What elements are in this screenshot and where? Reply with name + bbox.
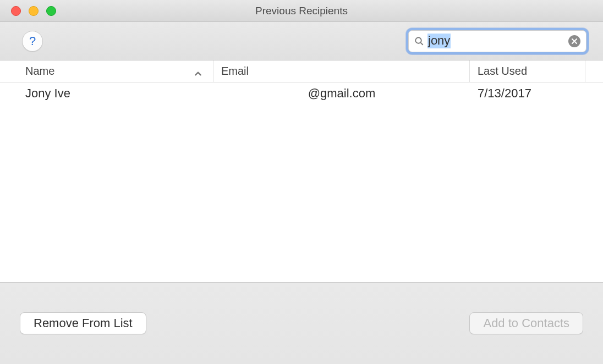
toolbar: ? jony (0, 22, 603, 60)
close-window-button[interactable] (11, 6, 21, 16)
footer: Remove From List Add to Contacts (0, 283, 603, 364)
remove-from-list-button[interactable]: Remove From List (20, 312, 146, 334)
svg-line-1 (421, 42, 423, 45)
titlebar: Previous Recipients (0, 0, 603, 22)
column-label: Last Used (478, 65, 527, 78)
search-icon (414, 36, 424, 46)
clear-search-button[interactable] (568, 35, 580, 47)
close-icon (572, 36, 577, 46)
chevron-up-icon (194, 68, 202, 75)
column-header-email[interactable]: Email (213, 60, 470, 82)
table-body: Jony Ive @gmail.com 7/13/2017 (0, 82, 603, 283)
cell-name: Jony Ive (0, 86, 213, 101)
cell-last-used: 7/13/2017 (470, 86, 585, 101)
column-label: Name (25, 65, 54, 78)
table-row[interactable]: Jony Ive @gmail.com 7/13/2017 (0, 82, 603, 104)
minimize-window-button[interactable] (29, 6, 39, 16)
column-label: Email (221, 65, 249, 78)
column-header-spacer (585, 60, 603, 82)
column-header-name[interactable]: Name (0, 60, 213, 82)
search-value: jony (427, 34, 451, 48)
zoom-window-button[interactable] (46, 6, 56, 16)
table-header: Name Email Last Used (0, 60, 603, 82)
add-to-contacts-button: Add to Contacts (469, 312, 583, 334)
window-title: Previous Recipients (0, 5, 603, 17)
help-button[interactable]: ? (22, 31, 43, 52)
column-header-last-used[interactable]: Last Used (470, 60, 585, 82)
window-controls (0, 6, 56, 16)
cell-email: @gmail.com (213, 86, 470, 101)
search-input[interactable]: jony (408, 30, 586, 52)
svg-point-0 (415, 37, 421, 43)
